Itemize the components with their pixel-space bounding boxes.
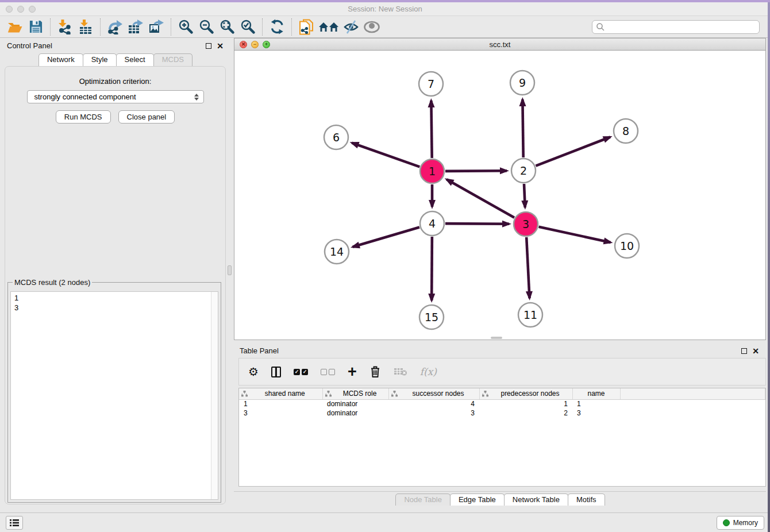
table-row[interactable]: 3dominator 32 3: [239, 408, 765, 418]
graph-node-10[interactable]: 10: [615, 234, 639, 258]
add-column-icon[interactable]: +: [348, 366, 357, 377]
network-window-title: scc.txt: [234, 40, 765, 49]
first-neighbors-icon[interactable]: [317, 18, 341, 36]
graph-node-15[interactable]: 15: [419, 305, 444, 329]
table-row[interactable]: 1dominator 41 1: [239, 399, 765, 408]
tab-edge-table[interactable]: Edge Table: [450, 494, 505, 506]
zoom-selected-icon[interactable]: [237, 18, 258, 36]
mcds-panel: Optimization criterion: strongly connect…: [5, 66, 226, 504]
svg-text:15: 15: [425, 311, 438, 323]
tab-network[interactable]: Network: [38, 53, 83, 66]
search-input[interactable]: [605, 22, 756, 31]
function-builder-icon[interactable]: f(x): [420, 366, 437, 377]
show-details-icon[interactable]: [361, 18, 382, 36]
export-network-icon[interactable]: [105, 18, 125, 36]
svg-text:11: 11: [523, 309, 537, 321]
toolbar-separator: [291, 18, 292, 36]
export-table-icon[interactable]: [125, 18, 146, 36]
close-panel-icon[interactable]: ✕: [752, 347, 759, 355]
svg-text:4: 4: [429, 217, 436, 230]
select-all-icon[interactable]: ✓✓: [294, 369, 308, 375]
graph-edge-1-7[interactable]: [431, 101, 432, 158]
graph-edge-3-10[interactable]: [538, 227, 610, 242]
search-box[interactable]: [592, 20, 760, 34]
graph-node-1[interactable]: 1: [420, 159, 444, 183]
memory-button[interactable]: Memory: [717, 516, 764, 530]
graph-node-11[interactable]: 11: [518, 303, 542, 327]
desktop-edge-top: [0, 0, 770, 2]
task-history-button[interactable]: [6, 516, 23, 530]
search-icon: [596, 22, 605, 32]
graph-edge-3-11[interactable]: [526, 237, 529, 298]
graph-node-7[interactable]: 7: [419, 72, 443, 96]
network-graph[interactable]: 7968124314101511: [234, 51, 765, 340]
graph-node-3[interactable]: 3: [514, 212, 538, 236]
graph-node-4[interactable]: 4: [420, 211, 444, 236]
network-window-titlebar[interactable]: ✕ − + scc.txt: [234, 38, 765, 51]
result-line: 1: [14, 293, 214, 303]
graph-node-6[interactable]: 6: [324, 125, 348, 149]
table-panel: Table Panel ✕ ⚙ ✓✓ + f(x) shared name MC…: [234, 343, 766, 511]
graph-node-8[interactable]: 8: [614, 119, 638, 143]
optimization-criterion-label: Optimization criterion:: [5, 77, 225, 86]
run-mcds-button[interactable]: Run MCDS: [56, 110, 111, 124]
graph-edge-4-14[interactable]: [353, 228, 419, 247]
table-header-row: shared name MCDS role successor nodes pr…: [239, 388, 765, 399]
graph-edge-4-3[interactable]: [445, 223, 509, 224]
memory-status-icon: [723, 519, 730, 526]
main-toolbar: [0, 16, 770, 38]
float-panel-icon[interactable]: [206, 43, 211, 49]
close-panel-button[interactable]: Close panel: [118, 110, 175, 124]
open-session-icon[interactable]: [5, 18, 25, 36]
column-header[interactable]: MCDS role: [322, 388, 388, 399]
network-canvas[interactable]: 7968124314101511: [234, 51, 765, 340]
column-header[interactable]: predecessor nodes: [479, 388, 572, 399]
graph-edge-2-3[interactable]: [524, 184, 525, 207]
graph-node-2[interactable]: 2: [511, 159, 536, 183]
tab-node-table[interactable]: Node Table: [395, 494, 451, 506]
float-panel-icon[interactable]: [741, 348, 747, 354]
save-session-icon[interactable]: [25, 18, 46, 36]
graph-node-14[interactable]: 14: [325, 240, 349, 264]
tab-network-table[interactable]: Network Table: [504, 494, 568, 506]
column-header[interactable]: name: [572, 388, 620, 399]
graph-edge-1-6[interactable]: [352, 143, 419, 167]
control-panel-header: Control Panel ✕: [0, 38, 230, 53]
column-header[interactable]: successor nodes: [388, 388, 479, 399]
graph-edge-2-8[interactable]: [536, 137, 610, 165]
delete-table-icon[interactable]: [394, 367, 407, 376]
mcds-result-list[interactable]: 1 3: [10, 291, 218, 500]
export-image-icon[interactable]: [146, 18, 167, 36]
tab-motifs[interactable]: Motifs: [568, 494, 605, 506]
graph-edge-1-2[interactable]: [445, 171, 507, 171]
splitter-grip[interactable]: [228, 265, 232, 275]
zoom-out-icon[interactable]: [196, 18, 217, 36]
table-options-icon[interactable]: ⚙: [248, 365, 259, 379]
h-scrollbar-thumb[interactable]: [491, 337, 502, 339]
delete-column-icon[interactable]: [369, 365, 381, 378]
graph-edge-2-9[interactable]: [522, 99, 523, 157]
tab-style[interactable]: Style: [83, 53, 117, 66]
result-scrollbar[interactable]: [211, 292, 218, 499]
mcds-result-title: MCDS result (2 nodes): [13, 278, 92, 287]
zoom-in-icon[interactable]: [175, 18, 196, 36]
tab-mcds[interactable]: MCDS: [153, 53, 192, 66]
graph-edge-4-15[interactable]: [432, 237, 432, 300]
import-table-icon[interactable]: [75, 18, 96, 36]
apply-layout-icon[interactable]: [267, 18, 287, 36]
zoom-fit-icon[interactable]: [217, 18, 237, 36]
graph-node-9[interactable]: 9: [510, 71, 534, 95]
hide-details-icon[interactable]: [341, 18, 361, 36]
deselect-all-icon[interactable]: [321, 369, 335, 375]
close-panel-icon[interactable]: ✕: [217, 42, 224, 50]
graph-edge-3-1[interactable]: [446, 179, 514, 217]
table-panel-header: Table Panel ✕: [234, 343, 766, 358]
panel-columns-icon[interactable]: [271, 367, 281, 377]
tab-select[interactable]: Select: [116, 53, 154, 66]
table-toolbar: ⚙ ✓✓ + f(x): [238, 358, 766, 385]
import-network-icon[interactable]: [55, 18, 75, 36]
criterion-dropdown[interactable]: strongly connected component: [27, 90, 204, 103]
dropdown-stepper-icon: [194, 94, 199, 101]
column-header[interactable]: shared name: [239, 388, 322, 399]
clone-network-icon[interactable]: [296, 18, 317, 36]
